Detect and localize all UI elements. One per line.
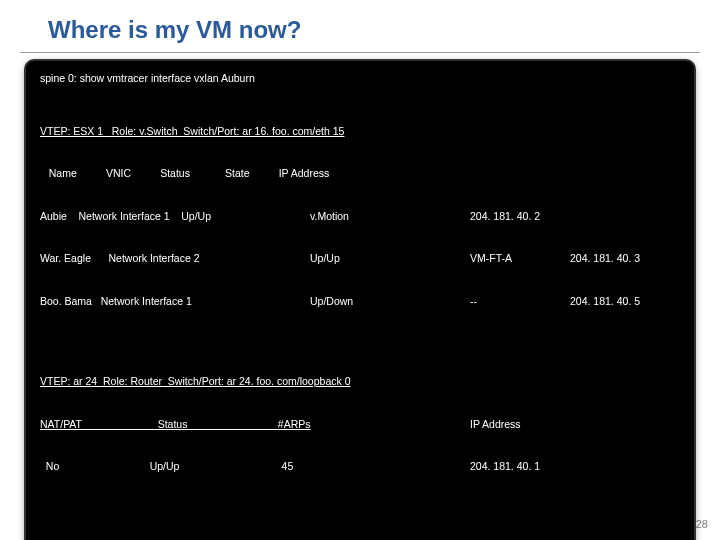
slide-number: 28 (696, 518, 708, 530)
vtep-block-esx1: VTEP: ESX 1 Role: v.Switch Switch/Port: … (40, 95, 680, 336)
slide-title: Where is my VM now? (20, 0, 700, 53)
vtep-block-ar22: VTEP: ar 22 Role: Port-VTEP Switch/Port:… (40, 512, 680, 540)
cli-prompt: spine 0: show vmtracer interface vxlan A… (40, 71, 680, 85)
terminal-output: spine 0: show vmtracer interface vxlan A… (24, 59, 696, 540)
vtep-block-ar24: VTEP: ar 24 Role: Router Switch/Port: ar… (40, 346, 680, 502)
